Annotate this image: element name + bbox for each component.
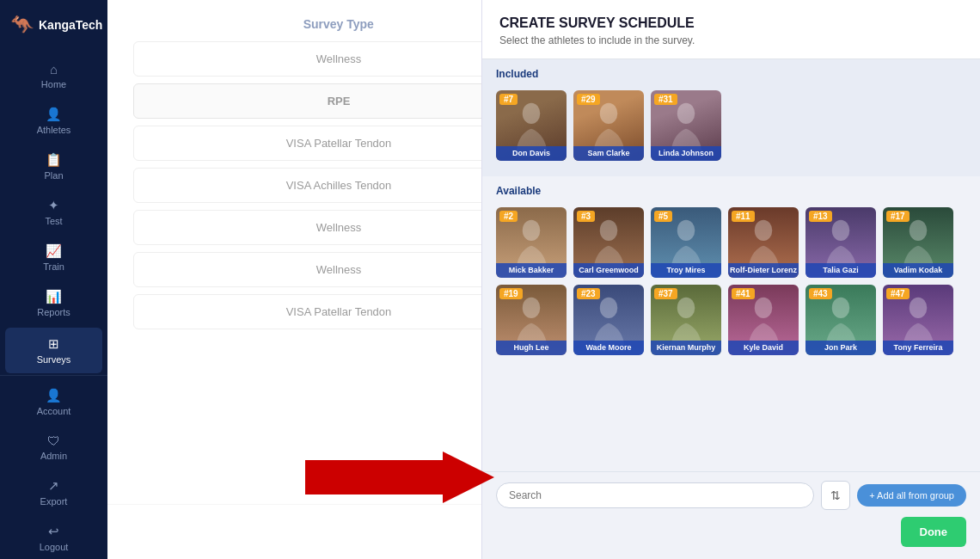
sidebar-item-label: Account bbox=[37, 406, 71, 416]
add-all-button[interactable]: + Add all from group bbox=[857, 484, 966, 507]
sidebar-item-surveys[interactable]: ⊞ Surveys bbox=[5, 328, 102, 373]
search-input[interactable] bbox=[496, 482, 814, 508]
modal-overlay: CREATE SURVEY SCHEDULE Select the athlet… bbox=[107, 0, 980, 559]
surveys-icon: ⊞ bbox=[48, 336, 59, 352]
athlete-card[interactable]: #29 Sam Clarke bbox=[573, 90, 644, 161]
available-section: Available #2 Mick Bakker #3 Carl Greenwo… bbox=[482, 176, 980, 471]
sidebar-logo: 🦘 KangaTech bbox=[0, 0, 107, 53]
athlete-number: #37 bbox=[654, 288, 677, 299]
sidebar-item-plan[interactable]: 📋 Plan bbox=[0, 144, 107, 189]
sidebar-item-export[interactable]: ↗ Export bbox=[0, 470, 107, 515]
athlete-card[interactable]: #11 Rolf-Dieter Lorenz bbox=[728, 207, 799, 278]
red-arrow-container bbox=[305, 447, 494, 507]
included-athletes-grid: #7 Don Davis #29 Sam Clarke #31 Linda Jo… bbox=[482, 87, 980, 168]
athlete-name: Tony Ferreira bbox=[883, 341, 953, 355]
athlete-number: #17 bbox=[886, 211, 910, 222]
footer-action-row: Done bbox=[496, 517, 966, 547]
athlete-name: Vadim Kodak bbox=[883, 263, 953, 278]
athlete-card[interactable]: #43 Jon Park bbox=[805, 285, 876, 355]
athlete-card[interactable]: #3 Carl Greenwood bbox=[573, 207, 644, 278]
athlete-number: #23 bbox=[577, 288, 600, 299]
athlete-card[interactable]: #17 Vadim Kodak bbox=[883, 207, 953, 278]
sort-button[interactable]: ⇅ bbox=[821, 481, 850, 510]
logout-icon: ↩ bbox=[48, 524, 59, 539]
athlete-name: Kiernan Murphy bbox=[651, 341, 721, 355]
athlete-number: #2 bbox=[499, 211, 518, 222]
survey-modal: CREATE SURVEY SCHEDULE Select the athlet… bbox=[481, 0, 980, 559]
sidebar-item-athletes[interactable]: 👤 Athletes bbox=[0, 98, 107, 144]
export-icon: ↗ bbox=[48, 478, 59, 494]
sidebar-item-account[interactable]: 👤 Account bbox=[0, 379, 107, 425]
svg-point-12 bbox=[754, 298, 772, 318]
sidebar: 🦘 KangaTech ⌂ Home👤 Athletes📋 Plan✦ Test… bbox=[0, 0, 107, 559]
logo-icon: 🦘 bbox=[10, 14, 34, 36]
athlete-card[interactable]: #47 Tony Ferreira bbox=[883, 285, 953, 355]
sidebar-item-label: Logout bbox=[40, 542, 69, 552]
footer-search-row: ⇅ + Add all from group bbox=[496, 481, 966, 510]
athlete-number: #19 bbox=[499, 288, 523, 299]
svg-point-8 bbox=[909, 220, 927, 241]
athlete-card[interactable]: #37 Kiernan Murphy bbox=[651, 285, 721, 355]
included-section: Included #7 Don Davis #29 Sam Clarke #31… bbox=[482, 59, 980, 176]
athlete-number: #5 bbox=[654, 211, 672, 222]
sidebar-bottom: 👤 Account🛡 Admin↗ Export↩ Logout bbox=[0, 375, 107, 559]
athlete-number: #47 bbox=[886, 288, 910, 299]
sort-icon: ⇅ bbox=[830, 488, 841, 502]
svg-point-9 bbox=[522, 298, 540, 318]
modal-footer: ⇅ + Add all from group Done bbox=[482, 471, 980, 559]
athlete-card[interactable]: #7 Don Davis bbox=[496, 90, 567, 161]
athlete-card[interactable]: #13 Talia Gazi bbox=[805, 207, 876, 278]
svg-point-7 bbox=[831, 220, 849, 241]
svg-point-0 bbox=[522, 103, 540, 124]
sidebar-item-label: Athletes bbox=[37, 125, 71, 135]
athlete-number: #43 bbox=[809, 288, 832, 299]
athlete-name: Jon Park bbox=[805, 341, 876, 355]
sidebar-item-reports[interactable]: 📊 Reports bbox=[0, 280, 107, 326]
athlete-card[interactable]: #5 Troy Mires bbox=[651, 207, 721, 278]
sidebar-item-label: Admin bbox=[40, 451, 67, 461]
test-icon: ✦ bbox=[48, 198, 59, 213]
athlete-name: Rolf-Dieter Lorenz bbox=[728, 263, 799, 278]
sidebar-item-home[interactable]: ⌂ Home bbox=[0, 53, 107, 98]
athlete-number: #11 bbox=[732, 211, 755, 222]
sidebar-item-label: Test bbox=[45, 216, 62, 226]
athlete-card[interactable]: #41 Kyle David bbox=[728, 285, 799, 355]
svg-point-14 bbox=[909, 298, 927, 318]
athlete-card[interactable]: #31 Linda Johnson bbox=[651, 90, 721, 161]
sidebar-item-label: Export bbox=[40, 496, 68, 507]
athlete-number: #7 bbox=[499, 94, 518, 105]
athlete-name: Wade Moore bbox=[573, 341, 644, 355]
plan-icon: 📋 bbox=[46, 152, 62, 168]
svg-point-3 bbox=[522, 220, 540, 241]
sidebar-item-test[interactable]: ✦ Test bbox=[0, 189, 107, 235]
athlete-name: Don Davis bbox=[496, 146, 567, 161]
modal-title: CREATE SURVEY SCHEDULE bbox=[499, 15, 963, 31]
svg-point-4 bbox=[599, 220, 617, 241]
included-label: Included bbox=[482, 59, 980, 87]
svg-point-5 bbox=[677, 220, 695, 241]
athlete-name: Talia Gazi bbox=[805, 263, 876, 278]
sidebar-item-logout[interactable]: ↩ Logout bbox=[0, 515, 107, 559]
account-icon: 👤 bbox=[46, 388, 62, 403]
athlete-name: Sam Clarke bbox=[573, 146, 644, 161]
red-arrow-icon bbox=[305, 447, 494, 507]
train-icon: 📈 bbox=[46, 243, 62, 259]
athlete-card[interactable]: #2 Mick Bakker bbox=[496, 207, 567, 278]
athlete-card[interactable]: #23 Wade Moore bbox=[573, 285, 644, 355]
nav-items: ⌂ Home👤 Athletes📋 Plan✦ Test📈 Train📊 Rep… bbox=[0, 53, 107, 375]
svg-marker-15 bbox=[305, 452, 494, 503]
athlete-name: Troy Mires bbox=[651, 263, 721, 278]
athlete-number: #3 bbox=[577, 211, 595, 222]
athlete-name: Hugh Lee bbox=[496, 341, 567, 355]
athlete-name: Linda Johnson bbox=[651, 146, 721, 161]
athlete-number: #13 bbox=[809, 211, 832, 222]
done-button[interactable]: Done bbox=[901, 517, 967, 547]
svg-point-2 bbox=[677, 103, 695, 124]
sidebar-item-label: Train bbox=[43, 261, 64, 272]
sidebar-item-admin[interactable]: 🛡 Admin bbox=[0, 425, 107, 470]
home-icon: ⌂ bbox=[50, 62, 58, 77]
athlete-number: #41 bbox=[732, 288, 755, 299]
sidebar-item-train[interactable]: 📈 Train bbox=[0, 235, 107, 280]
sidebar-item-label: Plan bbox=[44, 170, 63, 181]
athlete-card[interactable]: #19 Hugh Lee bbox=[496, 285, 567, 355]
